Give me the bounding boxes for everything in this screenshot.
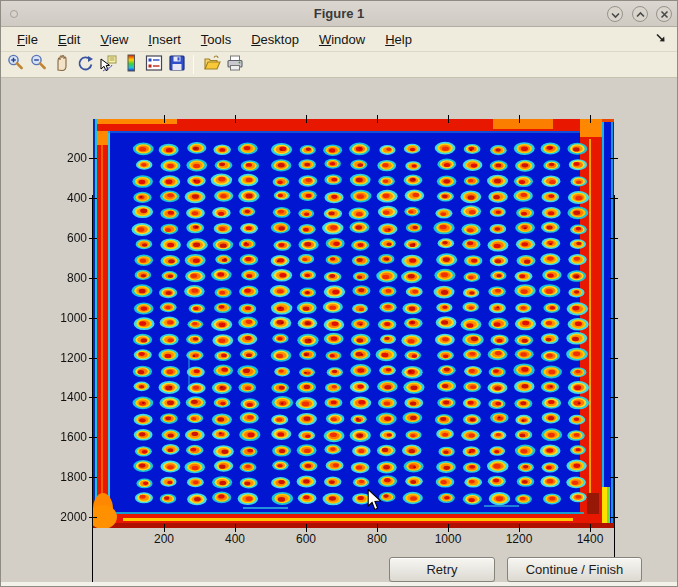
data-cursor-icon	[98, 53, 118, 77]
x-tick-mark	[519, 524, 520, 532]
rotate-3d-button[interactable]	[73, 53, 96, 76]
y-tick-label: 800	[35, 270, 87, 286]
x-tick-mark	[164, 524, 165, 532]
y-tick-mark-right	[610, 477, 618, 478]
x-tick-mark-top	[377, 115, 378, 123]
y-tick-mark-right	[610, 318, 618, 319]
pan-icon	[52, 53, 72, 77]
x-tick-mark-top	[306, 115, 307, 123]
insert-legend-button[interactable]	[142, 53, 165, 76]
x-tick-label: 1000	[424, 532, 472, 546]
rotate-3d-icon	[75, 53, 95, 77]
x-tick-mark	[448, 524, 449, 532]
menu-help[interactable]: Help	[375, 29, 422, 50]
window-title: Figure 1	[1, 6, 677, 21]
zoom-out-icon	[29, 53, 49, 77]
menu-tools[interactable]: Tools	[191, 29, 241, 50]
retry-button[interactable]: Retry	[389, 557, 495, 582]
x-tick-label: 400	[211, 532, 259, 546]
maximize-button[interactable]	[632, 6, 648, 22]
retry-button-label: Retry	[426, 562, 457, 577]
menu-window[interactable]: Window	[309, 29, 375, 50]
y-tick-mark	[89, 477, 97, 478]
menu-desktop[interactable]: Desktop	[241, 29, 309, 50]
y-tick-mark-right	[610, 437, 618, 438]
x-tick-mark	[377, 524, 378, 532]
x-tick-mark	[590, 524, 591, 532]
y-tick-label: 1200	[35, 350, 87, 366]
data-cursor-button[interactable]	[96, 53, 119, 76]
y-tick-mark	[89, 437, 97, 438]
close-button[interactable]	[656, 6, 672, 22]
figure-window: Figure 1 FileEditViewInsertToolsDesktopW…	[0, 0, 678, 587]
y-tick-mark-right	[610, 238, 618, 239]
titlebar[interactable]: Figure 1	[1, 1, 677, 27]
y-tick-mark	[89, 198, 97, 199]
menu-view[interactable]: View	[90, 29, 138, 50]
x-tick-mark	[306, 524, 307, 532]
x-icon	[657, 7, 671, 22]
open-file-icon	[202, 53, 222, 77]
x-tick-label: 1400	[566, 532, 614, 546]
y-tick-mark	[89, 397, 97, 398]
y-tick-mark-right	[610, 517, 618, 518]
menu-edit[interactable]: Edit	[48, 29, 90, 50]
y-tick-mark	[89, 358, 97, 359]
y-tick-mark	[89, 318, 97, 319]
y-tick-mark	[89, 278, 97, 279]
y-tick-mark	[89, 158, 97, 159]
pan-button[interactable]	[50, 53, 73, 76]
y-tick-label: 1400	[35, 389, 87, 405]
chevron-up-icon	[633, 7, 647, 22]
y-tick-mark-right	[610, 278, 618, 279]
x-tick-label: 600	[282, 532, 330, 546]
x-tick-label: 1200	[495, 532, 543, 546]
figure-toolbar	[1, 51, 677, 78]
continue-finish-button-label: Continue / Finish	[526, 562, 624, 577]
print-figure-icon	[225, 53, 245, 77]
y-tick-mark-right	[610, 158, 618, 159]
y-tick-mark-right	[610, 198, 618, 199]
minimize-button[interactable]	[607, 6, 623, 22]
x-tick-mark-top	[519, 115, 520, 123]
x-tick-mark-top	[164, 115, 165, 123]
x-tick-mark-top	[448, 115, 449, 123]
y-tick-label: 2000	[35, 509, 87, 525]
chevron-down-icon	[608, 7, 622, 22]
save-figure-icon	[167, 53, 187, 77]
zoom-in-button[interactable]	[4, 53, 27, 76]
menu-file[interactable]: File	[7, 29, 48, 50]
y-tick-mark-right	[610, 358, 618, 359]
menu-insert[interactable]: Insert	[138, 29, 191, 50]
y-tick-mark	[89, 238, 97, 239]
window-bottom-edge	[1, 582, 678, 587]
toolbar-separator	[193, 55, 194, 74]
zoom-out-button[interactable]	[27, 53, 50, 76]
x-tick-label: 200	[140, 532, 188, 546]
x-tick-mark-top	[235, 115, 236, 123]
insert-legend-icon	[144, 53, 164, 77]
save-figure-button[interactable]	[165, 53, 188, 76]
continue-finish-button[interactable]: Continue / Finish	[507, 557, 642, 582]
y-tick-label: 200	[35, 150, 87, 166]
y-tick-mark	[89, 517, 97, 518]
open-file-button[interactable]	[200, 53, 223, 76]
menubar: FileEditViewInsertToolsDesktopWindowHelp	[1, 27, 677, 51]
y-tick-label: 600	[35, 230, 87, 246]
y-tick-label: 400	[35, 190, 87, 206]
dock-figure-icon[interactable]	[656, 32, 667, 43]
y-tick-mark-right	[610, 397, 618, 398]
insert-colorbar-button[interactable]	[119, 53, 142, 76]
x-tick-mark-top	[590, 115, 591, 123]
y-tick-label: 1600	[35, 429, 87, 445]
heatmap-image	[93, 119, 614, 528]
x-tick-label: 800	[353, 532, 401, 546]
zoom-in-icon	[6, 53, 26, 77]
print-figure-button[interactable]	[223, 53, 246, 76]
x-tick-mark	[235, 524, 236, 532]
y-tick-label: 1800	[35, 469, 87, 485]
y-tick-label: 1000	[35, 310, 87, 326]
insert-colorbar-icon	[121, 53, 141, 77]
